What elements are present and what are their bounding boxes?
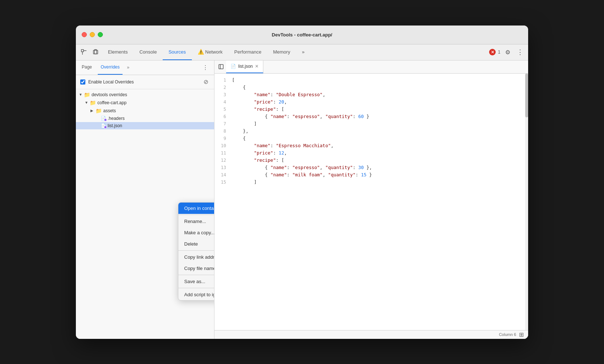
sidebar-tab-overrides[interactable]: Overrides (98, 60, 123, 75)
folder-icon: 📁 (84, 92, 90, 98)
main-area: Page Overrides » ⋮ Enable Local Override… (76, 60, 528, 339)
code-line-15: 15 ] (214, 179, 528, 186)
code-line-8: 8 }, (214, 128, 528, 135)
code-block: 1 [ 2 { 3 "name": "Double Espresso", 4 (214, 74, 528, 189)
context-menu-item-delete[interactable]: Delete (178, 238, 214, 250)
toolbar: Elements Console Sources ⚠️ Network Perf… (76, 44, 528, 60)
file-tree: ▼ 📁 devtools overrides ▼ 📁 coffee-cart.a… (76, 89, 214, 339)
device-toolbar-button[interactable] (90, 47, 101, 57)
svg-rect-0 (81, 50, 84, 52)
context-menu-divider-1 (178, 215, 214, 215)
panel-toggle-button[interactable] (216, 62, 226, 72)
sidebar: Page Overrides » ⋮ Enable Local Override… (76, 60, 214, 339)
code-line-7: 7 ] (214, 120, 528, 128)
svg-rect-3 (219, 64, 223, 69)
code-line-13: 13 { "name": "espresso", "quantity": 30 … (214, 164, 528, 171)
tab-elements[interactable]: Elements (102, 44, 133, 60)
context-menu-item-save-as[interactable]: Save as... (178, 276, 214, 287)
expand-arrow: ▶ (90, 109, 95, 113)
title-bar: DevTools - coffee-cart.app/ (76, 26, 528, 44)
tab-console[interactable]: Console (133, 44, 163, 60)
scrollbar-track[interactable] (525, 74, 528, 330)
tree-item-devtools-overrides[interactable]: ▼ 📁 devtools overrides (76, 91, 214, 99)
panel-layout-icon (218, 64, 224, 70)
override-indicator (104, 118, 107, 121)
more-options-button[interactable]: ⋮ (515, 47, 525, 57)
tab-sources[interactable]: Sources (163, 44, 192, 60)
override-indicator (104, 126, 107, 129)
expand-arrow: ▼ (85, 101, 89, 105)
editor-content[interactable]: 1 [ 2 { 3 "name": "Double Espresso", 4 (214, 74, 528, 330)
network-warning-icon: ⚠️ (198, 49, 204, 55)
folder-icon: 📁 (90, 100, 96, 106)
code-line-11: 11 "price": 12, (214, 149, 528, 157)
enable-overrides-checkbox[interactable] (80, 79, 85, 85)
sidebar-tabs: Page Overrides » ⋮ (76, 60, 214, 75)
enable-overrides-label: Enable Local Overrides (88, 79, 134, 85)
sidebar-actions: ⋮ (200, 63, 211, 72)
tab-memory[interactable]: Memory (267, 44, 296, 60)
editor-tabs: 📄 list.json ✕ (214, 60, 528, 74)
sidebar-tab-page[interactable]: Page (79, 60, 95, 75)
enable-overrides-row: Enable Local Overrides ⊘ (76, 75, 214, 89)
code-line-1: 1 [ (214, 77, 528, 84)
inspect-element-button[interactable] (79, 47, 89, 57)
code-line-10: 10 "name": "Espresso Macchiato", (214, 142, 528, 149)
tree-item-list-json[interactable]: ▶ 📄 list.json (76, 122, 214, 129)
file-override-icon: 📄 (101, 116, 106, 121)
code-line-4: 4 "price": 20, (214, 98, 528, 106)
settings-button[interactable]: ⚙ (503, 47, 513, 57)
sidebar-more-button[interactable]: ⋮ (201, 63, 210, 72)
file-override-icon: 📄 (101, 123, 106, 128)
minimize-button[interactable] (90, 32, 95, 37)
code-line-9: 9 { (214, 135, 528, 142)
tab-performance[interactable]: Performance (228, 44, 267, 60)
editor-tab-list-json[interactable]: 📄 list.json ✕ (226, 60, 263, 73)
context-menu-divider-2 (178, 250, 214, 251)
expand-arrow: ▼ (79, 93, 83, 97)
close-button[interactable] (82, 32, 87, 37)
window-title: DevTools - coffee-cart.app/ (272, 32, 332, 38)
file-tab-icon: 📄 (231, 64, 236, 69)
code-line-2: 2 { (214, 84, 528, 91)
context-menu-item-copy-link[interactable]: Copy link address (178, 251, 214, 263)
context-menu-item-open-folder[interactable]: Open in containing folder (178, 203, 214, 214)
context-menu-item-make-copy[interactable]: Make a copy... (178, 227, 214, 238)
context-menu-item-add-ignore[interactable]: Add script to ignore list (178, 289, 214, 300)
close-tab-button[interactable]: ✕ (255, 64, 259, 69)
code-line-14: 14 { "name": "milk foam", "quantity": 15… (214, 171, 528, 179)
toolbar-tabs: Elements Console Sources ⚠️ Network Perf… (102, 44, 488, 60)
context-menu: Open in containing folder Rename... Make… (178, 202, 214, 301)
editor-area: 📄 list.json ✕ 1 [ 2 { 3 (214, 60, 528, 339)
tree-item-coffee-cart-app[interactable]: ▼ 📁 coffee-cart.app (76, 99, 214, 107)
device-icon (93, 49, 98, 55)
context-menu-divider-3 (178, 275, 214, 275)
status-bar: Column 6 ⊞ (214, 330, 528, 339)
tree-item-headers[interactable]: ▶ 📄 .headers (76, 115, 214, 122)
inspect-icon (81, 49, 87, 55)
scrollbar-thumb[interactable] (525, 74, 528, 117)
code-line-5: 5 "recipe": [ (214, 106, 528, 113)
error-icon: ✕ (489, 49, 496, 55)
folder-icon: 📁 (96, 108, 102, 114)
toolbar-right: ✕ 1 ⚙ ⋮ (489, 47, 525, 57)
devtools-window: DevTools - coffee-cart.app/ Elements Con… (76, 26, 528, 339)
code-line-3: 3 "name": "Double Espresso", (214, 91, 528, 98)
clear-overrides-button[interactable]: ⊘ (202, 78, 210, 86)
tab-more[interactable]: » (296, 44, 310, 60)
code-line-12: 12 "recipe": [ (214, 157, 528, 164)
code-line-6: 6 { "name": "espresso", "quantity": 60 } (214, 113, 528, 120)
context-menu-item-rename[interactable]: Rename... (178, 216, 214, 227)
expand-status-button[interactable]: ⊞ (519, 331, 524, 338)
maximize-button[interactable] (98, 32, 103, 37)
tab-network[interactable]: ⚠️ Network (192, 44, 229, 60)
traffic-lights (82, 32, 103, 37)
context-menu-divider-4 (178, 288, 214, 288)
sidebar-tabs-more[interactable]: » (127, 65, 129, 70)
tree-item-assets[interactable]: ▶ 📁 assets (76, 107, 214, 115)
context-menu-item-copy-filename[interactable]: Copy file name (178, 263, 214, 274)
svg-rect-1 (93, 50, 98, 54)
cursor-position: Column 6 (499, 332, 516, 337)
